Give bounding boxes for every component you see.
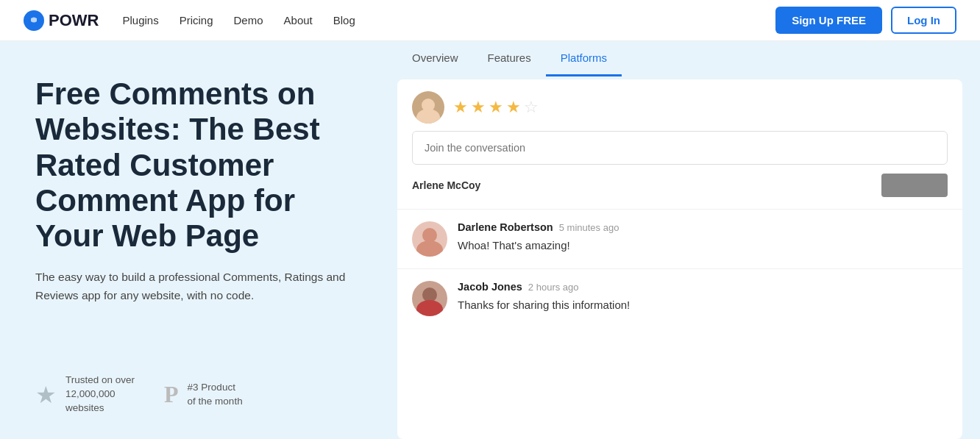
star-icon: ★	[35, 381, 57, 409]
logo[interactable]: POWR	[24, 10, 99, 31]
nav-link-plugins[interactable]: Plugins	[122, 14, 158, 26]
hero-subtitle: The easy way to build a professional Com…	[35, 268, 359, 305]
submit-comment-button[interactable]	[881, 174, 948, 197]
navbar-right: Sign Up FREE Log In	[775, 7, 956, 34]
comment-text-1: Whoa! That's amazing!	[458, 238, 948, 254]
commenter-name-2: Jacob Jones	[458, 281, 522, 293]
comment-card-2: Jacob Jones 2 hours ago Thanks for shari…	[397, 269, 962, 328]
comments-widget: ★ ★ ★ ★ ☆ Arlene McCoy	[397, 79, 962, 439]
compose-author: Arlene McCoy	[412, 179, 480, 191]
signup-button[interactable]: Sign Up FREE	[775, 7, 882, 34]
logo-icon	[24, 10, 44, 31]
compose-section: ★ ★ ★ ★ ☆ Arlene McCoy	[397, 79, 962, 210]
comment-input[interactable]	[412, 131, 948, 165]
hero-stats: ★ Trusted on over12,000,000websites P #3…	[35, 374, 362, 415]
nav-link-blog[interactable]: Blog	[333, 14, 355, 26]
login-button[interactable]: Log In	[891, 7, 956, 34]
navbar: POWR Plugins Pricing Demo About Blog Sig…	[0, 0, 980, 41]
comment-time-2: 2 hours ago	[528, 282, 579, 293]
stat-websites-text: Trusted on over12,000,000websites	[65, 374, 135, 415]
stat-product-text: #3 Productof the month	[188, 381, 243, 409]
compose-avatar	[412, 91, 444, 124]
comment-header-1: Darlene Robertson 5 minutes ago	[458, 221, 948, 233]
nav-link-demo[interactable]: Demo	[234, 14, 263, 26]
right-panel: Overview Features Platforms ★ ★ ★ ★ ☆	[397, 41, 980, 439]
logo-text: POWR	[49, 11, 99, 30]
nav-link-pricing[interactable]: Pricing	[180, 14, 213, 26]
comment-card-1: Darlene Robertson 5 minutes ago Whoa! Th…	[397, 210, 962, 269]
navbar-left: POWR Plugins Pricing Demo About Blog	[24, 10, 355, 31]
comment-time-1: 5 minutes ago	[559, 222, 619, 233]
avatar-jacob	[412, 281, 447, 316]
stat-product: P #3 Productof the month	[164, 374, 243, 415]
star-3[interactable]: ★	[489, 98, 503, 117]
comment-text-2: Thanks for sharing this information!	[458, 297, 948, 314]
stat-websites: ★ Trusted on over12,000,000websites	[35, 374, 135, 415]
commenter-name-1: Darlene Robertson	[458, 221, 553, 233]
sub-nav: Overview Features Platforms	[397, 41, 962, 76]
tab-platforms[interactable]: Platforms	[546, 41, 622, 76]
avatar-darlene	[412, 221, 447, 257]
comment-body-2: Jacob Jones 2 hours ago Thanks for shari…	[458, 281, 948, 314]
star-2[interactable]: ★	[471, 98, 486, 117]
hero-title: Free Comments on Websites: The Best Rate…	[35, 76, 362, 254]
star-4[interactable]: ★	[506, 98, 521, 117]
product-hunt-icon: P	[164, 381, 179, 408]
tab-features[interactable]: Features	[473, 41, 546, 76]
comment-header-2: Jacob Jones 2 hours ago	[458, 281, 948, 293]
compose-top: ★ ★ ★ ★ ☆	[412, 91, 948, 124]
nav-links: Plugins Pricing Demo About Blog	[122, 14, 355, 26]
star-rating[interactable]: ★ ★ ★ ★ ☆	[453, 98, 539, 117]
comment-body-1: Darlene Robertson 5 minutes ago Whoa! Th…	[458, 221, 948, 254]
tab-overview[interactable]: Overview	[397, 41, 473, 76]
main-content: Free Comments on Websites: The Best Rate…	[0, 41, 980, 439]
star-5[interactable]: ☆	[524, 98, 539, 117]
hero-section: Free Comments on Websites: The Best Rate…	[0, 41, 397, 439]
compose-bottom: Arlene McCoy	[412, 174, 948, 197]
nav-link-about[interactable]: About	[284, 14, 313, 26]
star-1[interactable]: ★	[453, 98, 468, 117]
